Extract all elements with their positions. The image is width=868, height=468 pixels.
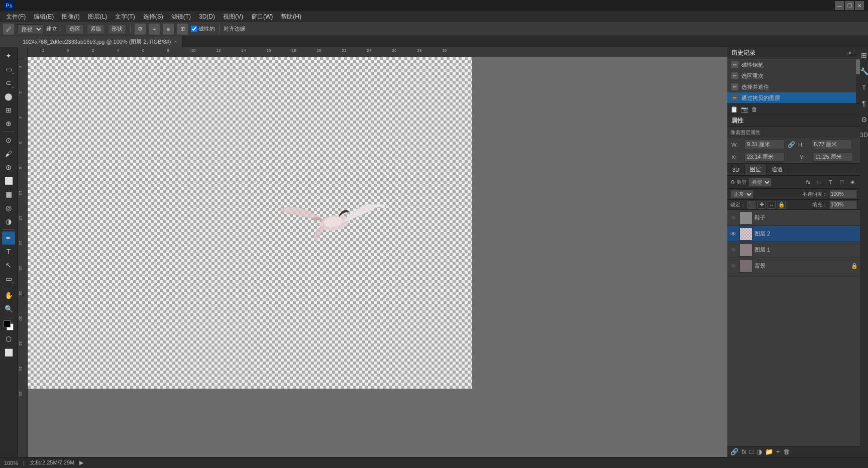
- menu-image[interactable]: 图像(I): [58, 12, 83, 22]
- layer-visibility-shoes[interactable]: 👁: [729, 214, 737, 222]
- menu-edit[interactable]: 编辑(E): [30, 12, 58, 22]
- eraser-tool[interactable]: ⬜: [2, 174, 15, 187]
- hand-tool[interactable]: ✋: [2, 289, 15, 302]
- pen-tool[interactable]: ✒: [2, 231, 15, 245]
- menu-file[interactable]: 文件(F): [2, 12, 30, 22]
- layer-delete-btn[interactable]: 🗑: [783, 448, 790, 455]
- history-camera-icon[interactable]: 📷: [741, 106, 748, 113]
- menu-3d[interactable]: 3D(D): [195, 12, 219, 21]
- lock-pixels-icon[interactable]: ⬛: [747, 201, 755, 209]
- menu-type[interactable]: 文字(T): [111, 12, 139, 22]
- tab-channels[interactable]: 通道: [767, 164, 788, 175]
- layers-panel-menu[interactable]: ≡: [851, 165, 860, 174]
- tool-preset-icon[interactable]: 🖊: [3, 24, 14, 35]
- magnetic-input[interactable]: [191, 26, 197, 32]
- layer-shape-icon[interactable]: ◻: [837, 178, 846, 187]
- options-gear-icon[interactable]: ⊞: [177, 24, 188, 35]
- rect-select-tool[interactable]: ▭ ▸: [2, 63, 15, 76]
- layer-fx-btn[interactable]: fx: [741, 448, 746, 455]
- menu-view[interactable]: 视图(V): [219, 12, 247, 22]
- adjustments-icon[interactable]: 🔧: [860, 67, 869, 75]
- lock-artboard-icon[interactable]: ↔: [768, 201, 776, 209]
- history-snapshot-icon[interactable]: 📋: [730, 106, 738, 113]
- tab-close-button[interactable]: ×: [174, 39, 177, 45]
- ruler-v-label: 18: [18, 291, 23, 296]
- gradient-tool[interactable]: ▦: [2, 188, 15, 201]
- layer-kind-select[interactable]: 类型: [748, 178, 772, 187]
- 3d-icon[interactable]: 3D: [860, 132, 867, 139]
- history-item-copy-layer[interactable]: ✏ 通过拷贝的图层: [727, 92, 860, 103]
- layer-new-btn[interactable]: +: [776, 448, 780, 455]
- layer-visibility-layer1[interactable]: 👁: [729, 246, 737, 254]
- layer-row-layer1[interactable]: 👁 图层 1: [727, 242, 860, 258]
- dodge-tool[interactable]: ◑: [2, 215, 15, 228]
- tab-3d[interactable]: 3D: [727, 165, 745, 174]
- history-item-reselect[interactable]: ✏ 选区重次: [727, 70, 860, 81]
- layer-visibility-background[interactable]: 👁: [729, 262, 737, 270]
- close-button[interactable]: ✕: [855, 1, 864, 10]
- restore-button[interactable]: ❐: [845, 1, 854, 10]
- minimize-button[interactable]: —: [835, 1, 844, 10]
- zoom-tool[interactable]: 🔍: [2, 302, 15, 315]
- history-item-select-mask[interactable]: ✏ 选择并遮住: [727, 81, 860, 92]
- layer-row-shoes[interactable]: 👁 鞋子: [727, 210, 860, 226]
- menu-window[interactable]: 窗口(W): [247, 12, 277, 22]
- blur-tool[interactable]: ◎: [2, 201, 15, 214]
- quick-mask-tool[interactable]: ⬡: [2, 332, 15, 345]
- properties-icon[interactable]: ⊞: [861, 51, 867, 59]
- tight-button[interactable]: 紧版: [87, 24, 105, 34]
- lock-move-icon[interactable]: ✚: [757, 201, 766, 209]
- status-arrow[interactable]: ▶: [79, 459, 83, 466]
- layer-mask-icon[interactable]: □: [815, 178, 824, 187]
- align-icon[interactable]: ≡: [163, 24, 174, 35]
- opacity-input[interactable]: [829, 190, 857, 199]
- layer-visibility-layer2[interactable]: 👁: [729, 230, 737, 238]
- move-tool[interactable]: ✦: [2, 49, 15, 62]
- tab-layers[interactable]: 图层: [745, 164, 767, 175]
- fg-bg-colors[interactable]: [2, 319, 15, 332]
- lock-all-icon[interactable]: 🔒: [778, 201, 786, 209]
- clone-tool[interactable]: ⊛: [2, 161, 15, 174]
- path-mode-select[interactable]: 路径: [17, 24, 43, 34]
- paragraph-icon[interactable]: ¶: [862, 99, 866, 107]
- history-item-magnetic-pen[interactable]: ✏ 磁性钢笔: [727, 59, 860, 70]
- eyedropper-tool[interactable]: ⊕: [2, 117, 15, 130]
- magnetic-checkbox[interactable]: 磁性的: [191, 25, 215, 33]
- path-options-icon[interactable]: ⚙: [135, 24, 146, 35]
- history-item-icon: ✏: [731, 94, 738, 101]
- fill-input[interactable]: [829, 200, 857, 209]
- layer-adjust-btn[interactable]: ◑: [756, 448, 762, 455]
- document-tab[interactable]: 1024x768_2d0ec2333ab16b3.jpg @ 100% (图层 …: [18, 36, 182, 47]
- history-expand-icon[interactable]: ⇥: [846, 50, 851, 56]
- quick-select-tool[interactable]: ⬤: [2, 90, 15, 103]
- shape-tool[interactable]: ▭ ▸: [2, 272, 15, 285]
- crop-tool[interactable]: ⊞: [2, 103, 15, 116]
- shape-button[interactable]: 形状: [108, 24, 126, 34]
- menu-layer[interactable]: 图层(L): [84, 12, 112, 22]
- screen-mode[interactable]: ⬜: [2, 346, 15, 359]
- layer-group-btn[interactable]: 📁: [765, 448, 773, 455]
- layer-link-btn[interactable]: 🔗: [730, 448, 738, 455]
- lasso-tool[interactable]: ⊂ ▸: [2, 76, 15, 89]
- history-menu-icon[interactable]: ≡: [853, 50, 856, 56]
- layer-type-icon[interactable]: T: [826, 178, 835, 187]
- menu-select[interactable]: 选择(S): [139, 12, 167, 22]
- layer-row-background[interactable]: 👁 背景 🔒: [727, 258, 860, 274]
- blend-mode-select[interactable]: 正常: [730, 190, 753, 199]
- layer-fx-icon[interactable]: fx: [804, 178, 813, 187]
- add-anchor-icon[interactable]: +: [149, 24, 160, 35]
- layer-row-layer2[interactable]: 👁 图层 2: [727, 226, 860, 242]
- menu-help[interactable]: 帮助(H): [277, 12, 305, 22]
- select-button[interactable]: 选区: [66, 24, 84, 34]
- type-icon-right[interactable]: T: [862, 83, 866, 91]
- tools-icon[interactable]: ⚙: [861, 115, 867, 124]
- menu-filter[interactable]: 滤镜(T): [167, 12, 195, 22]
- history-delete-icon[interactable]: 🗑: [751, 106, 757, 113]
- type-tool[interactable]: T: [2, 245, 15, 258]
- layer-smart-icon[interactable]: ◈: [848, 178, 857, 187]
- layer-mask-btn[interactable]: □: [749, 448, 753, 455]
- path-select-tool[interactable]: ↖: [2, 259, 15, 272]
- link-icon[interactable]: 🔗: [788, 141, 795, 148]
- brush-tool[interactable]: 🖌: [2, 147, 15, 160]
- heal-tool[interactable]: ⊙: [2, 134, 15, 147]
